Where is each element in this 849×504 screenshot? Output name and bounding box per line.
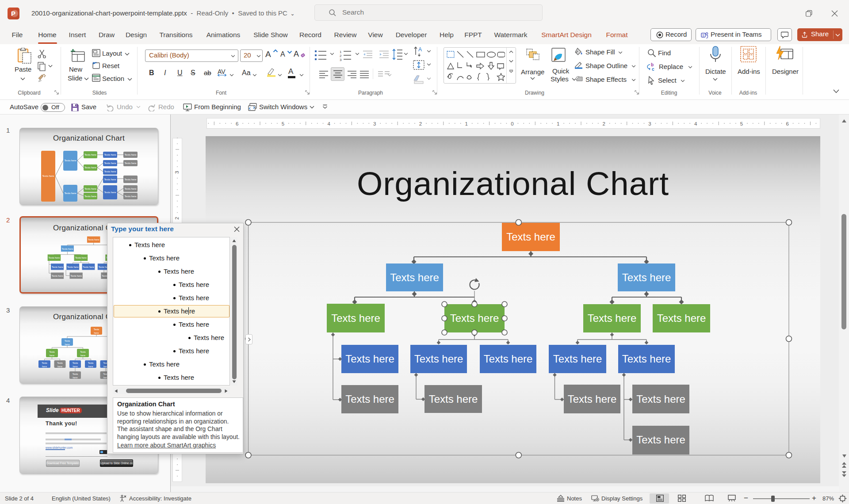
svg-text:Texts here: Texts here xyxy=(104,191,116,194)
svg-text:2: 2 xyxy=(603,121,605,126)
svg-text:Texts: Texts xyxy=(73,373,78,375)
svg-text:Texts: Texts xyxy=(94,328,99,331)
svg-text:Texts here: Texts here xyxy=(64,192,76,195)
svg-text:Texts here: Texts here xyxy=(390,271,439,283)
svg-text:Texts here: Texts here xyxy=(450,312,499,324)
svg-text:Texts: Texts xyxy=(88,362,94,364)
svg-text:here: here xyxy=(65,343,70,346)
svg-text:Texts here: Texts here xyxy=(331,312,380,324)
svg-text:c: c xyxy=(652,67,654,71)
svg-text:here: here xyxy=(73,376,78,379)
svg-text:here: here xyxy=(88,365,93,368)
svg-text:Texts here: Texts here xyxy=(67,266,79,268)
svg-text:Texts here: Texts here xyxy=(104,170,116,173)
svg-text:A: A xyxy=(418,46,422,53)
svg-text:Texts here: Texts here xyxy=(345,353,394,365)
svg-text:3: 3 xyxy=(648,121,651,126)
svg-text:Texts here: Texts here xyxy=(84,187,97,190)
svg-text:4: 4 xyxy=(694,121,697,126)
svg-text:here: here xyxy=(80,354,85,357)
svg-text:Texts: Texts xyxy=(73,362,78,364)
svg-text:Texts: Texts xyxy=(57,362,63,364)
svg-text:Texts here: Texts here xyxy=(636,434,685,446)
svg-text:Texts: Texts xyxy=(49,351,55,353)
svg-text:here: here xyxy=(57,365,62,368)
svg-text:6: 6 xyxy=(786,121,788,126)
svg-text:Texts here: Texts here xyxy=(124,187,137,190)
svg-text:Texts here: Texts here xyxy=(622,353,671,365)
svg-text:Texts here: Texts here xyxy=(64,159,76,162)
svg-text:1: 1 xyxy=(557,121,559,126)
svg-text:here: here xyxy=(42,365,47,368)
svg-text:Texts here: Texts here xyxy=(124,153,137,156)
svg-text:Texts here: Texts here xyxy=(88,238,99,241)
svg-text:Texts here: Texts here xyxy=(104,162,116,164)
svg-text:4: 4 xyxy=(327,121,330,126)
svg-text:1: 1 xyxy=(340,50,342,54)
svg-text:Texts here: Texts here xyxy=(124,178,137,181)
svg-text:Texts here: Texts here xyxy=(506,231,555,243)
svg-text:Texts here: Texts here xyxy=(61,248,73,250)
svg-text:Texts here: Texts here xyxy=(52,275,63,277)
svg-text:2: 2 xyxy=(174,217,180,219)
svg-text:5: 5 xyxy=(740,121,743,126)
svg-text:Texts here: Texts here xyxy=(636,393,685,405)
svg-text:Texts here: Texts here xyxy=(345,393,394,405)
svg-text:Texts here: Texts here xyxy=(84,153,97,156)
svg-text:Texts here: Texts here xyxy=(70,275,82,277)
svg-text:Texts here: Texts here xyxy=(75,256,87,259)
svg-text:Texts: Texts xyxy=(80,351,86,353)
svg-text:Texts here: Texts here xyxy=(124,162,137,164)
svg-text:Texts here: Texts here xyxy=(84,195,97,198)
svg-text:6: 6 xyxy=(236,121,238,126)
svg-text:2: 2 xyxy=(419,121,422,126)
svg-text:Texts here: Texts here xyxy=(83,266,94,268)
svg-text:Texts here: Texts here xyxy=(484,353,533,365)
svg-text:5: 5 xyxy=(282,121,284,126)
svg-text:here: here xyxy=(50,354,54,357)
svg-text:Texts here: Texts here xyxy=(622,271,671,283)
svg-text:Texts here: Texts here xyxy=(657,312,706,324)
svg-text:3: 3 xyxy=(340,58,342,61)
svg-text:Texts here: Texts here xyxy=(414,353,463,365)
svg-text:Texts: Texts xyxy=(42,362,47,364)
svg-text:Texts here: Texts here xyxy=(42,175,54,177)
svg-text:Texts here: Texts here xyxy=(84,166,97,169)
svg-text:1: 1 xyxy=(465,121,467,126)
svg-text:Texts here: Texts here xyxy=(104,153,116,156)
svg-text:Texts here: Texts here xyxy=(48,256,60,259)
svg-text:3: 3 xyxy=(174,171,180,174)
svg-text:here: here xyxy=(73,365,78,368)
svg-text:Texts here: Texts here xyxy=(568,393,617,405)
svg-text:T: T xyxy=(702,34,704,37)
svg-text:Texts here: Texts here xyxy=(52,266,63,268)
svg-text:0: 0 xyxy=(511,121,513,126)
svg-text:here: here xyxy=(94,332,99,334)
svg-text:P: P xyxy=(11,10,15,17)
svg-text:Texts here: Texts here xyxy=(429,393,478,405)
svg-text:Texts here: Texts here xyxy=(588,312,637,324)
svg-text:Texts here: Texts here xyxy=(104,178,116,181)
svg-text:Texts: Texts xyxy=(65,340,70,342)
svg-text:Texts here: Texts here xyxy=(553,353,602,365)
svg-text:Texts here: Texts here xyxy=(124,195,137,198)
svg-text:3: 3 xyxy=(373,121,376,126)
svg-text:2: 2 xyxy=(340,54,342,58)
